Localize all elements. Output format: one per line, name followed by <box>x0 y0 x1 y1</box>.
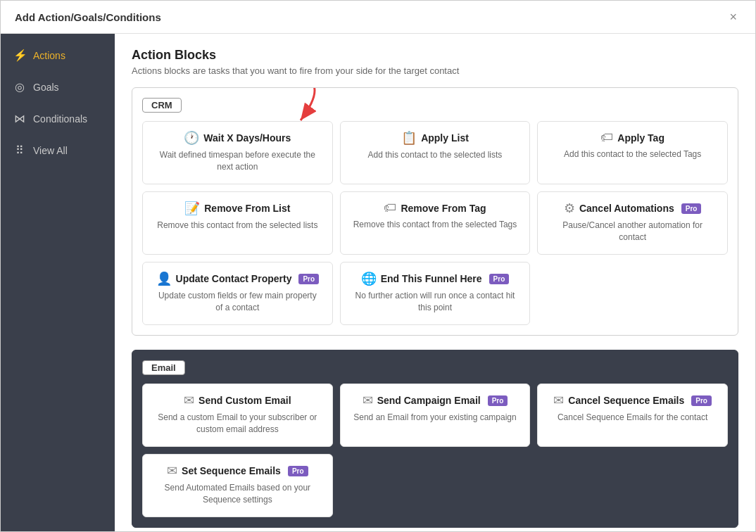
email-cards-grid: ✉ Send Custom Email Send a custom Email … <box>132 375 738 527</box>
cancel-sequence-icon: ✉ <box>553 393 564 408</box>
update-contact-desc: Update custom fields or few main propert… <box>153 290 322 314</box>
sidebar-item-conditionals[interactable]: ⋈ Conditionals <box>1 103 115 134</box>
apply-tag-title: Apply Tag <box>617 132 664 144</box>
view-all-icon: ⠿ <box>13 144 26 157</box>
card-wait-days[interactable]: 🕐 Wait X Days/Hours Wait defined timespa… <box>142 121 333 184</box>
cancel-auto-icon: ⚙ <box>564 201 575 216</box>
section-title: Action Blocks <box>132 48 738 63</box>
sidebar-label-view-all: View All <box>33 145 68 156</box>
cancel-sequence-pro-badge: Pro <box>691 395 712 406</box>
sidebar-item-actions[interactable]: ⚡ Actions <box>1 39 115 71</box>
set-sequence-title: Set Sequence Emails <box>182 465 281 476</box>
section-subtitle: Actions blocks are tasks that you want t… <box>132 65 738 76</box>
card-update-contact[interactable]: 👤 Update Contact Property Pro Update cus… <box>142 262 333 325</box>
sidebar-item-goals[interactable]: ◎ Goals <box>1 71 115 103</box>
card-end-funnel[interactable]: 🌐 End This Funnel Here Pro No further ac… <box>340 262 531 325</box>
set-sequence-icon: ✉ <box>167 463 177 479</box>
sidebar-label-conditionals: Conditionals <box>33 113 87 125</box>
card-apply-list[interactable]: 📋 Apply List Add this contact to the sel… <box>340 121 531 184</box>
modal-body: ⚡ Actions ◎ Goals ⋈ Conditionals ⠿ View … <box>1 34 755 531</box>
end-funnel-icon: 🌐 <box>361 271 377 286</box>
update-contact-pro-badge: Pro <box>298 274 319 284</box>
sidebar-label-goals: Goals <box>33 82 59 93</box>
card-remove-tag[interactable]: 🏷 Remove From Tag Remove this contact fr… <box>340 191 531 255</box>
remove-list-title: Remove From List <box>204 203 290 214</box>
remove-tag-icon: 🏷 <box>384 201 396 215</box>
crm-group: CRM <box>132 87 738 336</box>
remove-tag-desc: Remove this contact from the selected Ta… <box>351 219 520 231</box>
send-campaign-email-icon: ✉ <box>363 393 373 408</box>
send-custom-email-title: Send Custom Email <box>199 395 291 406</box>
send-campaign-pro-badge: Pro <box>488 395 508 406</box>
apply-list-icon: 📋 <box>401 130 417 146</box>
wait-days-desc: Wait defined timespan before execute the… <box>153 149 322 173</box>
set-sequence-desc: Send Automated Emails based on your Sequ… <box>153 482 322 506</box>
apply-tag-desc: Add this contact to the selected Tags <box>561 148 704 160</box>
end-funnel-title: End This Funnel Here <box>381 273 482 284</box>
email-group-label: Email <box>142 360 185 375</box>
conditionals-icon: ⋈ <box>13 112 26 125</box>
send-campaign-email-title: Send Campaign Email <box>377 395 481 406</box>
red-arrow-annotation <box>262 87 325 127</box>
sidebar-label-actions: Actions <box>33 50 65 61</box>
apply-list-desc: Add this contact to the selected lists <box>365 149 505 161</box>
send-custom-email-icon: ✉ <box>184 393 194 408</box>
send-custom-email-desc: Send a custom Email to your subscriber o… <box>153 412 322 436</box>
crm-cards-grid: 🕐 Wait X Days/Hours Wait defined timespa… <box>132 113 738 335</box>
modal-header: Add Action/Goals/Conditions × <box>1 1 755 34</box>
goals-icon: ◎ <box>13 80 26 94</box>
card-send-custom-email[interactable]: ✉ Send Custom Email Send a custom Email … <box>142 384 333 447</box>
actions-icon: ⚡ <box>13 49 26 62</box>
cancel-auto-title: Cancel Automations <box>579 203 674 214</box>
send-campaign-email-desc: Send an Email from your existing campaig… <box>351 412 519 424</box>
remove-list-icon: 📝 <box>184 201 200 216</box>
crm-group-label: CRM <box>142 98 182 113</box>
email-group: Email ✉ Send Custom Email Send a custom … <box>132 350 738 528</box>
update-contact-title: Update Contact Property <box>176 273 292 284</box>
remove-tag-title: Remove From Tag <box>401 203 486 214</box>
end-funnel-pro-badge: Pro <box>489 274 510 284</box>
end-funnel-desc: No further action will run once a contac… <box>351 290 520 314</box>
apply-tag-icon: 🏷 <box>600 130 613 145</box>
set-sequence-pro-badge: Pro <box>288 466 308 476</box>
apply-list-title: Apply List <box>421 132 469 144</box>
card-remove-list[interactable]: 📝 Remove From List Remove this contact f… <box>142 191 333 255</box>
wait-days-icon: 🕐 <box>184 130 199 146</box>
card-apply-tag[interactable]: 🏷 Apply Tag Add this contact to the sele… <box>537 121 728 184</box>
modal-close-button[interactable]: × <box>725 9 741 25</box>
modal-title: Add Action/Goals/Conditions <box>15 11 161 23</box>
cancel-sequence-title: Cancel Sequence Emails <box>568 395 684 406</box>
sidebar: ⚡ Actions ◎ Goals ⋈ Conditionals ⠿ View … <box>1 34 115 531</box>
wait-days-title: Wait X Days/Hours <box>203 132 291 144</box>
cancel-auto-desc: Pause/Cancel another automation for cont… <box>548 220 717 243</box>
update-contact-icon: 👤 <box>156 271 172 286</box>
cancel-sequence-desc: Cancel Sequence Emails for the contact <box>555 412 710 424</box>
cancel-auto-pro-badge: Pro <box>681 203 702 214</box>
card-send-campaign-email[interactable]: ✉ Send Campaign Email Pro Send an Email … <box>340 384 531 447</box>
card-cancel-sequence-emails[interactable]: ✉ Cancel Sequence Emails Pro Cancel Sequ… <box>537 384 728 447</box>
main-content: Action Blocks Actions blocks are tasks t… <box>115 34 755 531</box>
card-cancel-automations[interactable]: ⚙ Cancel Automations Pro Pause/Cancel an… <box>537 191 728 255</box>
card-set-sequence-emails[interactable]: ✉ Set Sequence Emails Pro Send Automated… <box>142 454 333 517</box>
sidebar-item-view-all[interactable]: ⠿ View All <box>1 134 115 166</box>
remove-list-desc: Remove this contact from the selected li… <box>154 220 320 232</box>
